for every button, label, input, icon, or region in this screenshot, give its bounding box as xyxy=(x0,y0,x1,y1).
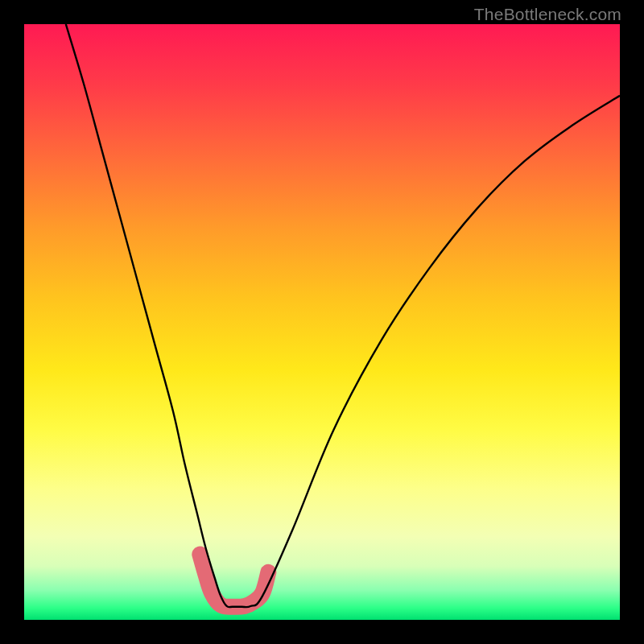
outer-frame: TheBottleneck.com xyxy=(0,0,644,644)
curve-layer xyxy=(24,24,620,620)
plot-area xyxy=(24,24,620,620)
watermark-text: TheBottleneck.com xyxy=(474,5,621,24)
bottleneck-curve xyxy=(66,24,620,607)
